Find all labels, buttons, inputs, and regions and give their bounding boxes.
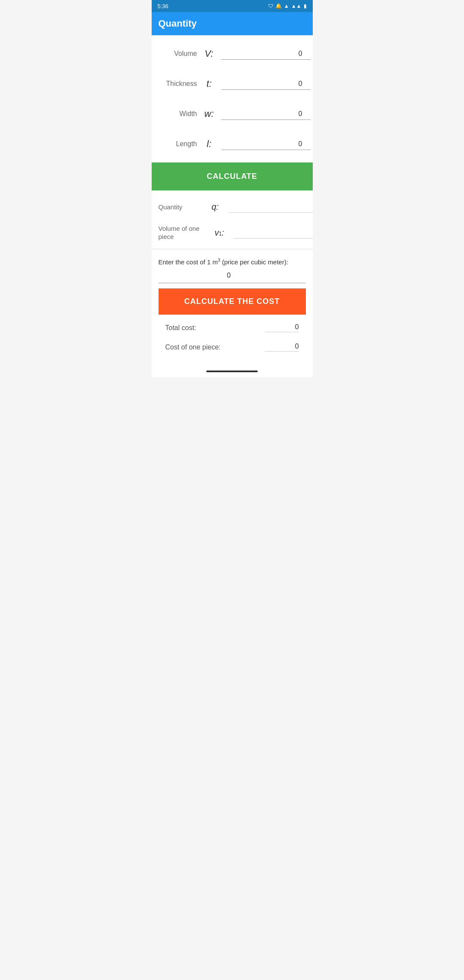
volume-one-value xyxy=(233,227,313,239)
cost-label: Enter the cost of 1 m3 (price per cubic … xyxy=(159,258,306,266)
wifi-icon: ▲ xyxy=(284,3,289,9)
battery-icon: ▮ xyxy=(304,3,307,9)
volume-row: Volume V: m3 xyxy=(152,39,313,69)
total-cost-row: Total cost: 0 xyxy=(159,318,306,337)
volume-input-wrap: m3 xyxy=(221,48,313,60)
thickness-input[interactable] xyxy=(221,78,311,90)
length-symbol: l: xyxy=(201,138,218,150)
cost-input-wrap xyxy=(159,270,306,283)
total-cost-value: 0 xyxy=(265,323,299,332)
thickness-symbol: t: xyxy=(201,78,218,89)
width-input-wrap: m xyxy=(221,108,313,120)
divider xyxy=(152,249,313,249)
width-symbol: w: xyxy=(201,108,218,119)
volume-one-value-wrap: m3 xyxy=(233,227,313,239)
quantity-value-wrap: pcs xyxy=(229,201,313,213)
cost-section: Enter the cost of 1 m3 (price per cubic … xyxy=(152,253,313,362)
nav-bar xyxy=(152,365,313,377)
total-cost-label: Total cost: xyxy=(165,324,261,332)
quantity-label: Quantity xyxy=(159,203,201,211)
calculate-cost-button[interactable]: CALCULATE THE COST xyxy=(159,288,306,315)
quantity-row: Quantity q: pcs xyxy=(152,194,313,220)
status-icons: 🛡 🔔 ▲ ▲▲ ▮ xyxy=(268,3,307,9)
app-title: Quantity xyxy=(159,18,197,29)
nav-indicator xyxy=(206,371,258,372)
signal-icon: ▲▲ xyxy=(291,3,302,9)
quantity-symbol: q: xyxy=(205,202,226,212)
thickness-label: Thickness xyxy=(159,80,197,88)
notification-icon: 🔔 xyxy=(275,3,282,9)
width-input[interactable] xyxy=(221,108,311,120)
width-label: Width xyxy=(159,110,197,118)
main-content: Volume V: m3 Thickness t: m Width w: m L… xyxy=(152,35,313,365)
thickness-input-wrap: m xyxy=(221,78,313,90)
cost-label-prefix: Enter the cost of 1 m xyxy=(159,258,218,266)
volume-one-row: Volume of one piece v1: m3 xyxy=(152,220,313,245)
shield-icon: 🛡 xyxy=(268,3,273,9)
cost-input[interactable] xyxy=(159,270,306,281)
status-time: 5:36 xyxy=(158,3,168,9)
length-input-wrap: m xyxy=(221,138,313,150)
length-row: Length l: m xyxy=(152,129,313,159)
thickness-row: Thickness t: m xyxy=(152,69,313,99)
app-bar: Quantity xyxy=(152,12,313,35)
volume-input[interactable] xyxy=(221,48,311,60)
cost-one-piece-row: Cost of one piece: 0 xyxy=(159,337,306,357)
volume-one-symbol: v1: xyxy=(209,228,230,238)
cost-label-suffix: (price per cubic meter): xyxy=(220,258,288,266)
volume-symbol: V: xyxy=(201,48,218,59)
length-input[interactable] xyxy=(221,138,311,150)
quantity-value xyxy=(229,201,313,213)
volume-label: Volume xyxy=(159,50,197,58)
width-row: Width w: m xyxy=(152,99,313,129)
status-bar: 5:36 🛡 🔔 ▲ ▲▲ ▮ xyxy=(152,0,313,12)
cost-one-piece-label: Cost of one piece: xyxy=(165,343,261,351)
calculate-button[interactable]: CALCULATE xyxy=(152,162,313,190)
cost-one-piece-value: 0 xyxy=(265,343,299,352)
length-label: Length xyxy=(159,140,197,148)
volume-one-label: Volume of one piece xyxy=(159,224,206,241)
